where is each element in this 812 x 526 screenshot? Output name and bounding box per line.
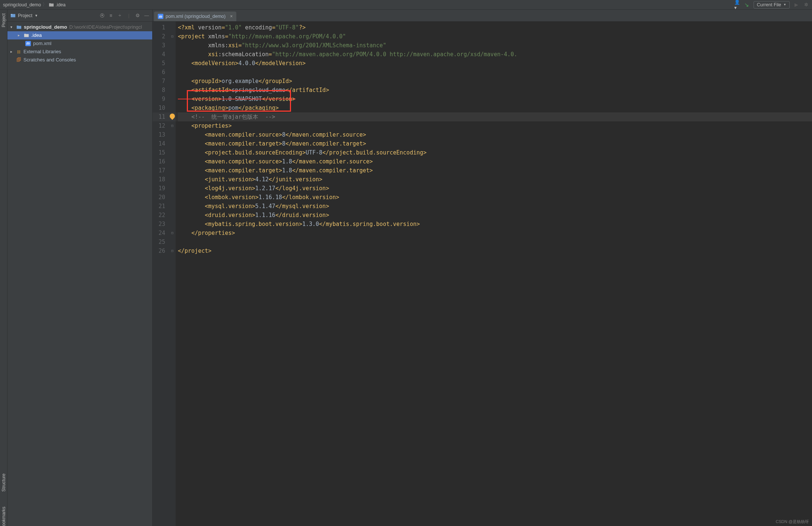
breadcrumb[interactable]: springcloud_demo 〉 .idea [3,1,65,8]
maven-file-icon: m [158,14,163,19]
maven-file-icon: m [25,41,31,46]
user-icon[interactable]: 👤▾ [734,2,740,8]
code-line[interactable]: <log4j.version>1.2.17</log4j.version> [178,184,812,193]
project-icon [10,13,16,18]
vbar-structure[interactable]: Structure [1,474,6,492]
code-line[interactable]: <packaging>pom</packaging> [178,103,812,112]
code-line[interactable]: <maven.compiler.source>1.8</maven.compil… [178,157,812,166]
editor-tab-pom[interactable]: m pom.xml (springcloud_demo) × [154,12,236,21]
editor-body[interactable]: 1234567891011121314151617181920212223242… [153,22,812,526]
code-line[interactable]: xsi:schemaLocation="http://maven.apache.… [178,50,812,59]
fold-column[interactable]: ⊟⊟⊟⊟ [169,22,176,526]
vbar-bookmarks[interactable]: ookmarks [1,507,6,526]
breadcrumb-sep: 〉 [42,1,47,8]
breadcrumb-root[interactable]: springcloud_demo [3,2,41,7]
code-area[interactable]: <?xml version="1.0" encoding="UTF-8"?><p… [176,22,812,526]
project-panel: Project ▼ ⦿ ≡ ÷ | ⚙ — ▾ springcloud_demo [7,10,153,526]
code-line[interactable]: <?xml version="1.0" encoding="UTF-8"?> [178,23,812,32]
project-panel-header: Project ▼ ⦿ ≡ ÷ | ⚙ — [7,10,152,22]
code-line[interactable]: <project.build.sourceEncoding>UTF-8</pro… [178,148,812,157]
project-panel-tools: ⦿ ≡ ÷ | ⚙ — [99,13,149,18]
build-icon[interactable]: ↘ [744,2,750,8]
editor-pane: m pom.xml (springcloud_demo) × 123456789… [153,10,812,526]
code-line[interactable]: <junit.version>4.12</junit.version> [178,175,812,184]
folder-icon [24,33,29,38]
run-icon[interactable]: ▶ [793,2,799,8]
code-line[interactable]: xmlns:xsi="http://www.w3.org/2001/XMLSch… [178,41,812,50]
code-line[interactable]: <maven.compiler.target>8</maven.compiler… [178,139,812,148]
topbar-right: 👤▾ ↘ Current File ▼ ▶ ✲ [734,1,809,9]
editor-tabs: m pom.xml (springcloud_demo) × [153,10,812,22]
code-line[interactable]: </properties> [178,229,812,238]
line-gutter: 1234567891011121314151617181920212223242… [153,22,169,526]
breadcrumb-item[interactable]: .idea [55,2,65,7]
tree-external-libraries[interactable]: ▸ ⫼ External Libraries [7,48,152,56]
tree-root[interactable]: ▾ springcloud_demo D:\work\IDEA\ideaProj… [7,23,152,31]
chevron-down-icon: ▼ [35,14,38,17]
svg-rect-1 [11,14,12,15]
code-line[interactable]: </project> [178,246,812,255]
hide-icon[interactable]: — [144,13,149,18]
tree-idea-folder[interactable]: ▸ .idea [7,31,152,39]
code-line[interactable]: <mybatis.spring.boot.version>1.3.0</myba… [178,220,812,229]
folder-icon [49,2,54,7]
code-line[interactable]: <!-- 统一管ajar包版本 --> [178,112,812,121]
code-line[interactable]: <version>1.0-SNAPSHOT</version> [178,95,812,103]
code-line[interactable]: <mysql.version>5.1.47</mysql.version> [178,202,812,211]
code-line[interactable] [178,68,812,77]
project-panel-title[interactable]: Project ▼ [10,13,38,18]
vbar-project[interactable]: Project [1,13,6,27]
code-line[interactable]: <project xmlns="http://maven.apache.org/… [178,32,812,41]
scratches-icon: 🗐 [16,56,21,64]
tree-scratches[interactable]: ▸ 🗐 Scratches and Consoles [7,56,152,64]
gear-icon[interactable]: ✲ [803,2,809,8]
close-icon[interactable]: × [230,14,233,19]
chevron-down-icon: ▾ [10,23,14,31]
code-line[interactable]: <maven.compiler.source>8</maven.compiler… [178,130,812,139]
code-line[interactable]: <artifactId>springcloud_demo</artifactId… [178,86,812,95]
expand-all-icon[interactable]: ≡ [108,13,114,18]
code-line[interactable] [178,238,812,246]
code-line[interactable]: <druid.version>1.1.16</druid.version> [178,211,812,220]
code-line[interactable]: <modelVersion>4.0.0</modelVersion> [178,59,812,68]
chevron-down-icon: ▼ [783,3,786,6]
run-config-dropdown[interactable]: Current File ▼ [754,1,790,9]
run-config-label: Current File [757,2,781,7]
chevron-right-icon: ▸ [18,31,22,39]
left-vertical-bar: Project Structure ookmarks [0,10,7,526]
select-open-file-icon[interactable]: ⦿ [99,13,105,18]
code-line[interactable]: <groupId>org.example</groupId> [178,77,812,86]
code-line[interactable]: <lombok.version>1.16.18</lombok.version> [178,193,812,202]
watermark: CSDN @是杨杨呀 [776,519,809,525]
chevron-right-icon: ▸ [10,48,14,56]
project-tree[interactable]: ▾ springcloud_demo D:\work\IDEA\ideaProj… [7,22,152,526]
tree-pom-file[interactable]: m pom.xml [7,39,152,48]
libraries-icon: ⫼ [16,48,21,56]
module-icon [16,25,22,30]
code-line[interactable]: <maven.compiler.target>1.8</maven.compil… [178,166,812,175]
code-line[interactable]: <properties> [178,121,812,130]
collapse-all-icon[interactable]: ÷ [117,13,122,18]
topbar: springcloud_demo 〉 .idea 👤▾ ↘ Current Fi… [0,0,812,10]
gear-icon[interactable]: ⚙ [135,13,140,18]
